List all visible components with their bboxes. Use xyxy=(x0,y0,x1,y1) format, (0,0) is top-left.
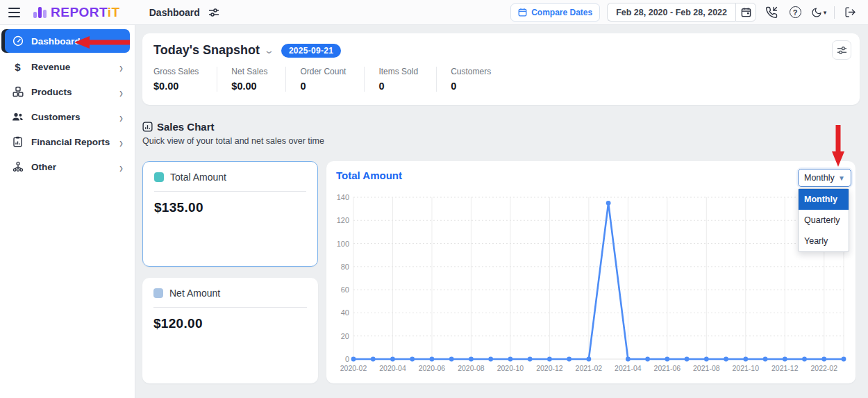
stat-gross-sales: Gross Sales$0.00 xyxy=(153,67,217,92)
logo-text-primary: REPORT xyxy=(51,5,108,19)
sidebar-item-label: Dashboard xyxy=(31,36,81,47)
line-chart-plot: 0204060801001201402020-022020-042020-062… xyxy=(330,190,851,382)
svg-text:140: 140 xyxy=(337,193,349,201)
dark-mode-toggle[interactable]: ▾ xyxy=(810,4,827,21)
card-label: Total Amount xyxy=(170,172,226,183)
stat-order-count: Order Count0 xyxy=(285,67,364,92)
chevron-down-icon[interactable]: ⌄ xyxy=(264,45,274,56)
sidebar-item-label: Financial Reports xyxy=(31,137,110,147)
total-amount-swatch xyxy=(154,172,164,182)
sidebar-item-customers[interactable]: Customers › xyxy=(5,106,130,128)
svg-text:2020-10: 2020-10 xyxy=(497,364,524,372)
snapshot-title: Today's Snapshot xyxy=(153,43,260,58)
boxes-icon xyxy=(12,86,24,98)
svg-text:60: 60 xyxy=(341,285,349,294)
sitemap-icon xyxy=(12,161,24,173)
total-amount-value: $135.00 xyxy=(154,200,306,215)
gauge-icon xyxy=(12,35,24,47)
chevron-right-icon: › xyxy=(119,84,123,99)
sidebar-item-products[interactable]: Products › xyxy=(5,81,130,103)
net-amount-value: $120.00 xyxy=(153,316,307,331)
help-icon[interactable]: ? xyxy=(787,4,803,21)
svg-text:2020-02: 2020-02 xyxy=(340,364,367,372)
dollar-icon: $ xyxy=(12,61,24,73)
sidebar-item-dashboard[interactable]: Dashboard xyxy=(5,29,130,53)
svg-text:2020-06: 2020-06 xyxy=(419,364,446,372)
svg-text:2020-12: 2020-12 xyxy=(536,364,563,372)
sales-chart-card: Total Amount Monthly ▼ Monthly Quarterly… xyxy=(326,161,856,383)
svg-text:2021-02: 2021-02 xyxy=(576,364,603,372)
sidebar-item-label: Other xyxy=(31,162,56,172)
svg-text:2020-04: 2020-04 xyxy=(379,364,406,372)
section-subtitle: Quick view of your total and net sales o… xyxy=(142,136,324,146)
period-select-value: Monthly xyxy=(804,173,835,183)
sidebar-item-label: Revenue xyxy=(31,62,70,72)
app-logo: REPORTiT xyxy=(33,6,120,19)
page-title: Dashboard xyxy=(149,7,200,18)
svg-text:100: 100 xyxy=(337,240,349,248)
period-option-yearly[interactable]: Yearly xyxy=(799,231,849,251)
stat-net-sales: Net Sales$0.00 xyxy=(217,67,285,92)
topbar-actions: Compare Dates Feb 28, 2020 - Feb 28, 202… xyxy=(510,3,858,22)
net-amount-card[interactable]: Net Amount $120.00 xyxy=(142,278,318,383)
period-select[interactable]: Monthly ▼ xyxy=(798,169,851,187)
svg-text:0: 0 xyxy=(345,355,349,363)
period-dropdown-menu: Monthly Quarterly Yearly xyxy=(798,188,849,252)
chevron-right-icon: › xyxy=(119,59,123,74)
sidebar: Dashboard $ Revenue › Products › Custome… xyxy=(0,25,135,398)
divider xyxy=(834,6,835,19)
card-label: Net Amount xyxy=(169,288,220,299)
logout-icon[interactable] xyxy=(842,4,858,21)
chevron-down-icon: ▾ xyxy=(824,9,827,16)
stat-customers: Customers0 xyxy=(436,67,509,92)
total-amount-card[interactable]: Total Amount $135.00 xyxy=(142,161,318,267)
section-title: Sales Chart xyxy=(157,121,215,133)
svg-text:20: 20 xyxy=(341,332,349,340)
compare-dates-button[interactable]: Compare Dates xyxy=(510,3,600,22)
snapshot-date-badge: 2025-09-21 xyxy=(281,44,341,58)
sidebar-item-label: Customers xyxy=(31,112,81,122)
calendar-icon xyxy=(741,7,751,17)
sidebar-item-other[interactable]: Other › xyxy=(5,156,130,178)
app-root: REPORTiT Dashboard Compare Dates Feb 28,… xyxy=(0,0,868,398)
chevron-down-icon: ▼ xyxy=(838,174,845,182)
top-bar: REPORTiT Dashboard Compare Dates Feb 28,… xyxy=(0,0,868,25)
svg-text:2021-08: 2021-08 xyxy=(693,364,720,372)
svg-text:80: 80 xyxy=(341,263,349,271)
svg-text:2020-08: 2020-08 xyxy=(458,364,485,372)
sidebar-item-label: Products xyxy=(31,87,72,97)
phone-incoming-icon[interactable] xyxy=(763,4,780,21)
date-picker-button[interactable] xyxy=(735,3,756,22)
chevron-right-icon: › xyxy=(119,109,123,124)
sliders-icon xyxy=(837,45,847,56)
todays-snapshot-card: Today's Snapshot ⌄ 2025-09-21 Gross Sale… xyxy=(142,33,860,105)
sidebar-item-revenue[interactable]: $ Revenue › xyxy=(5,56,130,78)
snapshot-settings-button[interactable] xyxy=(832,40,851,60)
snapshot-stats: Gross Sales$0.00 Net Sales$0.00 Order Co… xyxy=(142,67,860,92)
chart-title: Total Amount xyxy=(336,169,846,181)
users-icon xyxy=(12,111,24,123)
logo-bars-icon xyxy=(33,7,47,18)
period-option-monthly[interactable]: Monthly xyxy=(799,189,849,210)
svg-text:40: 40 xyxy=(341,308,349,317)
svg-text:2022-02: 2022-02 xyxy=(810,364,837,372)
sidebar-item-financial-reports[interactable]: Financial Reports › xyxy=(5,131,130,153)
page-settings-sliders-icon[interactable] xyxy=(206,4,222,21)
main-content: Today's Snapshot ⌄ 2025-09-21 Gross Sale… xyxy=(135,25,868,398)
date-range-input[interactable]: Feb 28, 2020 - Feb 28, 2022 xyxy=(607,3,735,22)
net-amount-swatch xyxy=(153,288,163,298)
svg-text:120: 120 xyxy=(337,216,349,224)
chevron-right-icon: › xyxy=(119,159,123,174)
chevron-right-icon: › xyxy=(119,134,123,149)
date-range-group: Feb 28, 2020 - Feb 28, 2022 xyxy=(607,3,756,22)
sales-chart-section-header: Sales Chart Quick view of your total and… xyxy=(142,121,324,146)
hamburger-menu-icon[interactable] xyxy=(8,5,24,20)
period-option-quarterly[interactable]: Quarterly xyxy=(799,210,849,231)
calendar-icon xyxy=(518,8,527,17)
svg-text:2021-04: 2021-04 xyxy=(615,364,642,372)
svg-text:2021-06: 2021-06 xyxy=(654,364,681,372)
clipboard-chart-icon xyxy=(12,136,24,148)
svg-text:2021-12: 2021-12 xyxy=(771,364,799,372)
logo-text-secondary: iT xyxy=(108,5,120,19)
stat-items-sold: Items Sold0 xyxy=(364,67,436,92)
